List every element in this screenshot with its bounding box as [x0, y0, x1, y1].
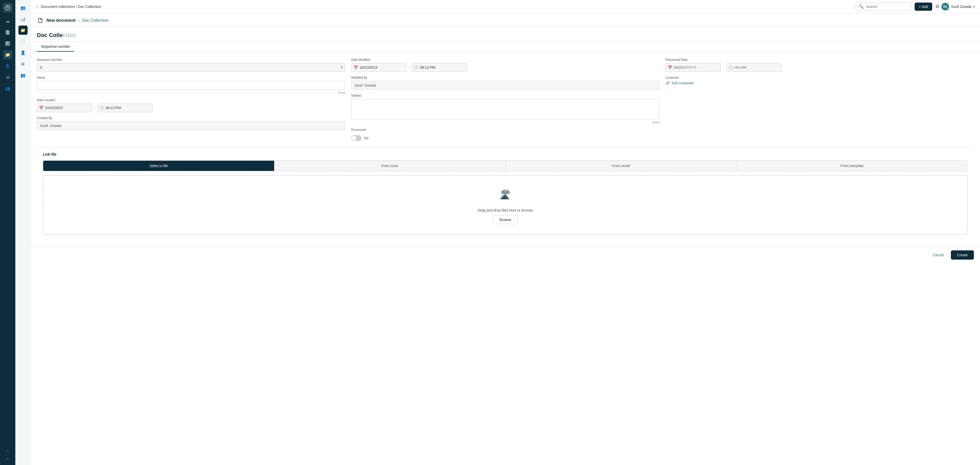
- date-sep2: -: [409, 65, 410, 70]
- processed-group: Processed No: [351, 128, 660, 141]
- link-icon: 🔗: [665, 81, 670, 85]
- date-created-label: Date Created: [37, 98, 345, 102]
- calendar-icon: 📅: [39, 106, 43, 110]
- nav-cloud-icon[interactable]: ☁: [3, 16, 12, 25]
- name-char-count: 0/100: [37, 91, 345, 94]
- calendar2-icon: 📅: [353, 65, 358, 70]
- nav-person-icon[interactable]: 👤: [3, 61, 12, 70]
- date-created-group: Date Created 📅 - 🕐: [37, 98, 345, 112]
- page-new-document-label: New document: [46, 18, 76, 23]
- tab-sequence-number[interactable]: Sequence number: [37, 42, 74, 52]
- processed-label: Processed: [351, 128, 660, 132]
- processed-date-row: 📅 - 🕐: [665, 63, 974, 72]
- form-area: Sequence Number 2 ▾ Name 0/100: [31, 52, 980, 246]
- user-chevron-icon: ▾: [974, 5, 975, 8]
- logo-icon: [3, 3, 12, 12]
- back-button[interactable]: ← Document collections / Doc Collection: [36, 5, 101, 9]
- sequence-number-select-wrap[interactable]: 2 ▾: [37, 63, 345, 72]
- subject-group: Subject 0/500: [351, 94, 660, 124]
- name-label: Name: [37, 76, 345, 80]
- add-customer-label: Add customer: [671, 81, 694, 85]
- calendar3-icon: 📅: [668, 65, 672, 70]
- date-modified-label: Date Modified: [351, 58, 660, 62]
- drop-zone[interactable]: Drag and drop files here or browse Brows…: [43, 175, 968, 235]
- create-button[interactable]: Create: [951, 250, 974, 260]
- svg-point-0: [6, 6, 10, 10]
- toggle-knob: [352, 136, 356, 140]
- processed-toggle[interactable]: [351, 135, 361, 141]
- name-input[interactable]: [37, 81, 345, 90]
- gear-icon: ⚙: [935, 4, 939, 10]
- expand-sidebar-btn[interactable]: »: [3, 456, 12, 462]
- form-grid: Sequence Number 2 ▾ Name 0/100: [37, 58, 974, 141]
- sequence-number-select[interactable]: 2: [37, 63, 345, 72]
- sequence-number-group: Sequence Number 2 ▾: [37, 58, 345, 72]
- processed-date-input[interactable]: [674, 64, 718, 72]
- customer-label: Customer: [665, 76, 974, 80]
- nav-table-icon[interactable]: ⊞: [3, 73, 12, 82]
- sidebar-file-icon[interactable]: 📄: [18, 37, 28, 46]
- time-modified-input-wrap[interactable]: 🕐: [412, 63, 467, 72]
- subject-textarea[interactable]: [351, 99, 660, 119]
- sidebar-person-icon[interactable]: 👤: [18, 48, 28, 57]
- cancel-button[interactable]: Cancel: [928, 250, 948, 260]
- sidebar-chart-icon[interactable]: 📊: [18, 14, 28, 24]
- clock3-icon: 🕐: [729, 65, 733, 70]
- link-file-title: Link file: [43, 152, 968, 156]
- search-box[interactable]: 🔍: [855, 2, 912, 11]
- file-tab-select[interactable]: Select a file: [43, 161, 274, 171]
- page-doc-icon: [37, 17, 44, 24]
- nav-contacts-icon[interactable]: 👥: [3, 84, 12, 93]
- date-created-row: 📅 - 🕐: [37, 104, 345, 112]
- search-icon: 🔍: [859, 4, 864, 9]
- date-modified-input[interactable]: [360, 64, 404, 72]
- clock2-icon: 🕐: [414, 65, 418, 70]
- breadcrumb-text: Document collections / Doc Collection: [41, 5, 101, 9]
- time-created-input[interactable]: [105, 104, 150, 112]
- sidebar-left: ☁ 📄 📊 📁 👤 ⊞ 👥 « »: [0, 0, 15, 465]
- svg-point-2: [501, 191, 506, 195]
- nav-doc-collection-icon[interactable]: 📁: [3, 50, 12, 59]
- subject-char-count: 0/500: [351, 121, 660, 124]
- add-customer-link[interactable]: 🔗 Add customer: [665, 81, 974, 85]
- processed-date-input-wrap[interactable]: 📅: [665, 63, 721, 72]
- date-created-input[interactable]: [45, 104, 90, 112]
- customer-group: Customer 🔗 Add customer: [665, 76, 974, 85]
- online-dot: [947, 8, 949, 11]
- avatar: SU: [942, 3, 949, 11]
- search-input[interactable]: [866, 5, 908, 9]
- processed-date-group: Processed Date 📅 - 🕐: [665, 58, 974, 72]
- sidebar-people-icon[interactable]: 👥: [18, 3, 28, 12]
- time-modified-input[interactable]: [420, 64, 465, 72]
- browse-button[interactable]: Browse: [493, 215, 518, 224]
- main-content: ← Document collections / Doc Collection …: [31, 0, 980, 465]
- created-by-input: [37, 121, 345, 130]
- sidebar-doc-icon[interactable]: 📁: [18, 25, 28, 35]
- file-tab-from-email[interactable]: From email: [506, 161, 737, 171]
- created-by-label: Created By: [37, 116, 345, 120]
- modified-by-input: [351, 81, 660, 90]
- tab-bar: Sequence number: [31, 42, 980, 52]
- date-created-input-wrap[interactable]: 📅: [37, 104, 92, 112]
- modified-by-label: Modified By: [351, 76, 660, 80]
- collection-title: Doc Collection: [37, 32, 974, 38]
- processed-time-input-wrap[interactable]: 🕐: [726, 63, 781, 72]
- nav-chart-icon[interactable]: 📊: [3, 39, 12, 48]
- nav-docs-icon[interactable]: 📄: [3, 28, 12, 37]
- file-tab-from-scan[interactable]: From scan: [274, 161, 506, 171]
- add-button[interactable]: + Add: [915, 3, 932, 11]
- collection-header: Doc Collection: [31, 27, 980, 42]
- processed-time-input[interactable]: [735, 64, 779, 72]
- clock-icon: 🕐: [100, 106, 104, 110]
- sidebar-table-icon[interactable]: ⊞: [18, 59, 28, 68]
- upload-icon: [497, 186, 514, 205]
- time-created-input-wrap[interactable]: 🕐: [97, 104, 153, 112]
- sidebar-second: 👥 📊 📁 📄 👤 ⊞ 👥: [15, 0, 31, 465]
- file-tab-from-template[interactable]: From template: [737, 161, 967, 171]
- date-modified-input-wrap[interactable]: 📅: [351, 63, 406, 72]
- collapse-sidebar-btn[interactable]: «: [3, 447, 12, 454]
- back-arrow-icon: ←: [36, 5, 39, 9]
- user-area[interactable]: ⚙ SU Sunil Gowda ▾: [935, 3, 975, 11]
- sidebar-contacts2-icon[interactable]: 👥: [18, 70, 28, 80]
- drop-text: Drag and drop files here or browse: [478, 208, 533, 212]
